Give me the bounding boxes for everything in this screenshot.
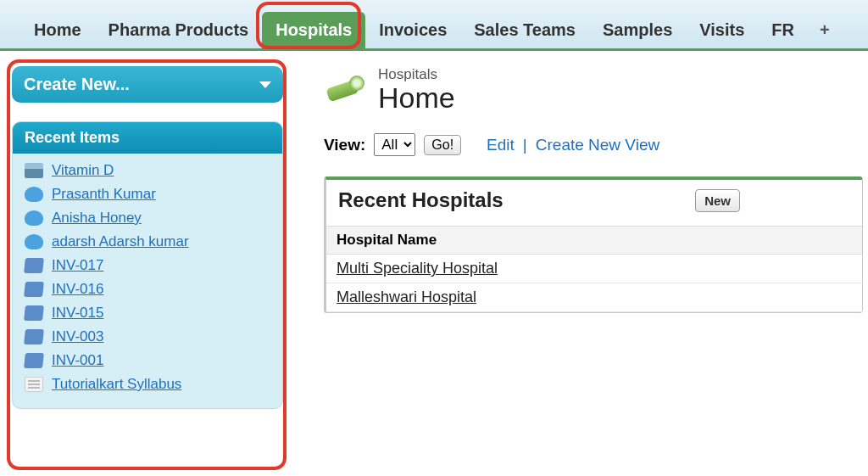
recent-item-link[interactable]: INV-015 — [52, 305, 103, 322]
tab-home[interactable]: Home — [20, 12, 95, 48]
prod-icon — [25, 163, 43, 178]
inv-icon — [24, 329, 44, 344]
recent-item[interactable]: INV-016 — [21, 277, 274, 301]
inv-icon — [24, 305, 44, 321]
tab-fr[interactable]: FR — [758, 12, 808, 48]
inv-icon — [24, 353, 44, 368]
doc-icon — [25, 377, 43, 392]
separator: | — [523, 136, 527, 154]
hospital-link[interactable]: Multi Speciality Hospital — [337, 260, 498, 277]
recent-item-link[interactable]: INV-001 — [52, 352, 103, 369]
recent-item[interactable]: Tutorialkart Syllabus — [21, 372, 274, 396]
recent-item-link[interactable]: Anisha Honey — [52, 210, 142, 227]
recent-item[interactable]: INV-017 — [21, 254, 274, 277]
recent-item[interactable]: INV-015 — [21, 301, 274, 325]
chevron-down-icon — [259, 81, 271, 88]
tab-sales-teams[interactable]: Sales Teams — [460, 12, 589, 48]
view-controls: View: All Go! Edit | Create New View — [324, 133, 868, 156]
go-button[interactable]: Go! — [424, 135, 461, 155]
inv-icon — [24, 282, 44, 297]
recent-item-link[interactable]: Tutorialkart Syllabus — [52, 376, 181, 393]
recent-item-link[interactable]: INV-017 — [52, 257, 103, 274]
page-title: Home — [378, 81, 455, 115]
user-icon — [25, 210, 43, 226]
table-row: Malleshwari Hospital — [326, 283, 862, 312]
hospitals-table: Hospital Name Multi Speciality HospitalM… — [326, 226, 862, 312]
recent-item[interactable]: Anisha Honey — [21, 206, 274, 230]
inv-icon — [24, 258, 44, 273]
tab-visits[interactable]: Visits — [686, 12, 758, 48]
view-select[interactable]: All — [374, 133, 415, 156]
recent-item-link[interactable]: Prasanth Kumar — [52, 186, 156, 203]
user-icon — [25, 234, 43, 249]
recent-item-link[interactable]: adarsh Adarsh kumar — [52, 233, 189, 250]
tab-pharma-products[interactable]: Pharma Products — [95, 12, 263, 48]
recent-item-link[interactable]: INV-016 — [52, 281, 103, 298]
sidebar: Create New... Recent Items Vitamin DPras… — [12, 66, 283, 409]
recent-item[interactable]: INV-001 — [21, 349, 274, 372]
recent-hospitals-panel: Recent Hospitals New Hospital Name Multi… — [324, 176, 863, 313]
recent-item[interactable]: INV-003 — [21, 325, 274, 349]
create-new-button[interactable]: Create New... — [12, 66, 283, 103]
recent-item-link[interactable]: INV-003 — [52, 328, 103, 345]
new-button[interactable]: New — [695, 189, 740, 212]
recent-item[interactable]: Vitamin D — [21, 159, 274, 182]
hospital-link[interactable]: Malleshwari Hospital — [337, 288, 476, 305]
view-label: View: — [324, 136, 365, 154]
table-row: Multi Speciality Hospital — [326, 255, 862, 283]
tab-bar: Home Pharma Products Hospitals Invoices … — [0, 0, 868, 51]
recent-item-link[interactable]: Vitamin D — [52, 162, 114, 179]
create-new-label: Create New... — [24, 75, 130, 94]
column-header-hospital-name[interactable]: Hospital Name — [326, 227, 862, 255]
breadcrumb: Hospitals — [378, 66, 455, 83]
recent-item[interactable]: adarsh Adarsh kumar — [21, 230, 274, 254]
tab-add[interactable]: + — [808, 12, 842, 48]
spyglass-icon — [324, 72, 364, 109]
create-new-view-link[interactable]: Create New View — [536, 136, 659, 154]
recent-items-panel: Recent Items Vitamin DPrasanth KumarAnis… — [12, 121, 283, 409]
recent-items-header: Recent Items — [13, 122, 282, 154]
panel-title: Recent Hospitals — [338, 188, 504, 212]
tab-hospitals[interactable]: Hospitals — [262, 12, 365, 48]
recent-item[interactable]: Prasanth Kumar — [21, 182, 274, 206]
user-icon — [25, 187, 43, 202]
tab-invoices[interactable]: Invoices — [365, 12, 460, 48]
tab-samples[interactable]: Samples — [589, 12, 686, 48]
main-content: Hospitals Home View: All Go! Edit | Crea… — [283, 66, 868, 313]
edit-view-link[interactable]: Edit — [487, 136, 515, 154]
